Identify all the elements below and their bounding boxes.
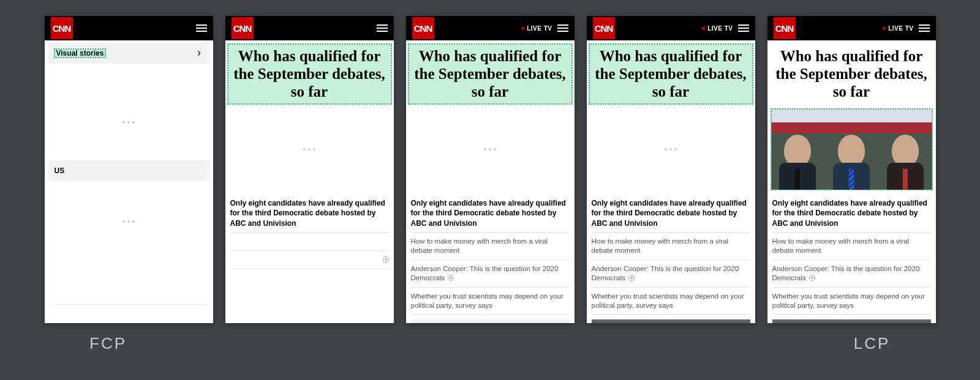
filmstrip: CNN Visual stories US CNN bbox=[21, 16, 959, 323]
list-item[interactable]: Whether you trust scientists may depend … bbox=[592, 287, 750, 315]
list-item[interactable]: Whether you trust scientists may depend … bbox=[411, 287, 570, 315]
live-dot-icon bbox=[702, 27, 705, 30]
play-icon bbox=[628, 275, 635, 281]
menu-icon[interactable] bbox=[377, 24, 388, 32]
related-links: How to make money with merch from a vira… bbox=[587, 232, 755, 315]
hero-image-placeholder bbox=[410, 109, 571, 190]
menu-icon[interactable] bbox=[738, 24, 749, 32]
brand-logo[interactable]: CNN bbox=[232, 17, 254, 39]
section-visual-stories[interactable]: Visual stories bbox=[48, 43, 209, 64]
navbar: CNN LIVE TV bbox=[406, 16, 575, 40]
related-links: How to make money with merch from a vira… bbox=[406, 232, 575, 315]
article-headline[interactable]: Who has qualified for the September deba… bbox=[228, 44, 391, 104]
navbar: CNN LIVE TV bbox=[587, 16, 755, 40]
menu-icon[interactable] bbox=[919, 24, 930, 32]
section-label: Visual stories bbox=[55, 49, 106, 58]
article-summary[interactable]: Only eight candidates have already quali… bbox=[587, 195, 755, 232]
list-item[interactable]: How to make money with merch from a vira… bbox=[592, 232, 750, 259]
frame-3: CNN LIVE TV Who has qualified for the Se… bbox=[406, 16, 575, 323]
article-headline[interactable]: Who has qualified for the September deba… bbox=[409, 44, 572, 104]
frame-5-lcp: CNN LIVE TV Who has qualified for the Se… bbox=[767, 16, 936, 323]
frame-4: CNN LIVE TV Who has qualified for the Se… bbox=[587, 16, 755, 323]
loading-dots-icon bbox=[303, 133, 315, 165]
related-links bbox=[225, 232, 394, 269]
section-label: US bbox=[55, 166, 65, 175]
loading-dots-icon bbox=[665, 133, 677, 165]
list-item[interactable] bbox=[230, 232, 389, 250]
article-summary[interactable]: Only eight candidates have already quali… bbox=[225, 195, 394, 232]
navbar: CNN LIVE TV bbox=[767, 16, 936, 40]
list-item[interactable]: Anderson Cooper: This is the question fo… bbox=[411, 259, 570, 287]
timeline-labels: FCP LCP bbox=[21, 323, 959, 353]
loading-dots-icon bbox=[45, 206, 213, 237]
section-us[interactable]: US bbox=[48, 160, 209, 181]
article-headline[interactable]: Who has qualified for the September deba… bbox=[770, 44, 933, 104]
menu-icon[interactable] bbox=[196, 24, 207, 32]
navbar: CNN bbox=[45, 16, 213, 40]
secondary-image-placeholder bbox=[411, 319, 570, 323]
related-links: How to make money with merch from a vira… bbox=[767, 232, 936, 315]
live-tv-button[interactable]: LIVE TV bbox=[521, 25, 552, 32]
list-item[interactable] bbox=[230, 250, 389, 269]
list-item[interactable]: How to make money with merch from a vira… bbox=[411, 232, 570, 259]
article-summary[interactable]: Only eight candidates have already quali… bbox=[406, 195, 575, 232]
list-item[interactable]: Whether you trust scientists may depend … bbox=[772, 287, 931, 315]
live-dot-icon bbox=[883, 27, 886, 30]
loading-dots-icon bbox=[45, 106, 213, 138]
live-tv-button[interactable]: LIVE TV bbox=[883, 25, 913, 32]
list-item[interactable]: Anderson Cooper: This is the question fo… bbox=[772, 259, 931, 287]
frame-2: CNN Who has qualified for the September … bbox=[225, 16, 394, 323]
brand-logo[interactable]: CNN bbox=[412, 17, 434, 39]
menu-icon[interactable] bbox=[557, 24, 568, 32]
secondary-image bbox=[772, 319, 931, 323]
navbar: CNN bbox=[225, 16, 394, 40]
list-item[interactable]: How to make money with merch from a vira… bbox=[772, 232, 931, 259]
article-summary[interactable]: Only eight candidates have already quali… bbox=[767, 195, 936, 232]
chevron-right-icon bbox=[195, 49, 203, 58]
play-icon bbox=[809, 275, 815, 281]
brand-logo[interactable]: CNN bbox=[51, 17, 73, 39]
fcp-label: FCP bbox=[24, 334, 192, 353]
live-tv-button[interactable]: LIVE TV bbox=[702, 25, 733, 32]
hero-image-placeholder bbox=[590, 109, 752, 190]
frame-1-fcp: CNN Visual stories US bbox=[45, 16, 213, 323]
article-headline[interactable]: Who has qualified for the September deba… bbox=[589, 44, 753, 104]
play-icon bbox=[383, 256, 389, 263]
hero-image-placeholder bbox=[229, 109, 390, 190]
list-item[interactable]: Anderson Cooper: This is the question fo… bbox=[592, 259, 750, 287]
hero-image[interactable] bbox=[771, 109, 932, 190]
brand-logo[interactable]: CNN bbox=[593, 17, 615, 39]
lcp-label: LCP bbox=[788, 334, 956, 353]
brand-logo[interactable]: CNN bbox=[774, 17, 796, 39]
live-dot-icon bbox=[521, 27, 524, 30]
loading-dots-icon bbox=[484, 133, 496, 165]
secondary-image bbox=[592, 319, 750, 323]
play-icon bbox=[448, 275, 454, 281]
